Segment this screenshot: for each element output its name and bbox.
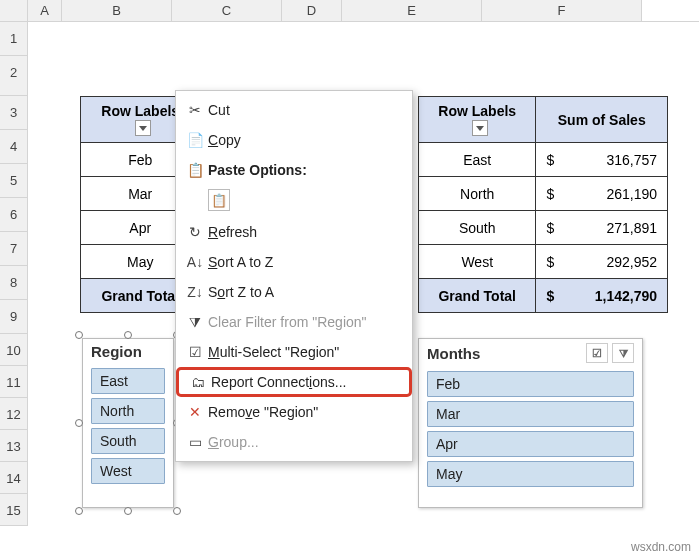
pivot2-row-label[interactable]: South <box>419 211 536 245</box>
slicer-item[interactable]: North <box>91 398 165 424</box>
pivot1-header-label: Row Labels <box>101 103 179 119</box>
sort-za-icon: Z↓ <box>182 284 208 300</box>
slicer-item[interactable]: South <box>91 428 165 454</box>
pivot2-row-label[interactable]: West <box>419 245 536 279</box>
col-header-c[interactable]: C <box>172 0 282 21</box>
slicer-item[interactable]: May <box>427 461 634 487</box>
slicer-item[interactable]: Apr <box>427 431 634 457</box>
pivot2-row-value[interactable]: $261,190 <box>536 177 668 211</box>
row-header-7[interactable]: 7 <box>0 232 28 266</box>
row-header-13[interactable]: 13 <box>0 430 28 462</box>
pivot2-header-label: Row Labels <box>438 103 516 119</box>
pivot2-header-sum: Sum of Sales <box>536 97 668 143</box>
pivot-table-sales[interactable]: Row Labels Sum of Sales East$316,757 Nor… <box>418 96 668 313</box>
row-header-1[interactable]: 1 <box>0 22 28 56</box>
multiselect-icon: ☑ <box>182 344 208 360</box>
pivot2-total-value[interactable]: $1,142,790 <box>536 279 668 313</box>
row-header-6[interactable]: 6 <box>0 198 28 232</box>
copy-icon: 📄 <box>182 132 208 148</box>
menu-refresh[interactable]: ↻Refresh <box>176 217 412 247</box>
sort-az-icon: A↓ <box>182 254 208 270</box>
menu-copy[interactable]: 📄Copy <box>176 125 412 155</box>
row-header-8[interactable]: 8 <box>0 266 28 300</box>
paste-icon: 📋 <box>182 162 208 178</box>
row-header-5[interactable]: 5 <box>0 164 28 198</box>
dropdown-icon[interactable] <box>472 120 488 136</box>
menu-clear-filter: ⧩Clear Filter from "Region" <box>176 307 412 337</box>
pivot2-total-label[interactable]: Grand Total <box>419 279 536 313</box>
row-header-2[interactable]: 2 <box>0 56 28 96</box>
row-header-12[interactable]: 12 <box>0 398 28 430</box>
col-header-f[interactable]: F <box>482 0 642 21</box>
slicer-region[interactable]: Region East North South West <box>82 338 174 508</box>
refresh-icon: ↻ <box>182 224 208 240</box>
watermark: wsxdn.com <box>631 540 691 554</box>
slicer-item[interactable]: West <box>91 458 165 484</box>
clear-filter-icon: ⧩ <box>182 314 208 331</box>
menu-sort-za[interactable]: Z↓Sort Z to A <box>176 277 412 307</box>
menu-sort-az[interactable]: A↓Sort A to Z <box>176 247 412 277</box>
slicer-title: Region <box>91 343 142 360</box>
group-icon: ▭ <box>182 434 208 450</box>
slicer-title: Months <box>427 345 480 362</box>
menu-remove[interactable]: ✕Remove "Region" <box>176 397 412 427</box>
row-header-3[interactable]: 3 <box>0 96 28 130</box>
slicer-item[interactable]: East <box>91 368 165 394</box>
pivot2-row-value[interactable]: $292,952 <box>536 245 668 279</box>
row-header-15[interactable]: 15 <box>0 494 28 526</box>
col-header-a[interactable]: A <box>28 0 62 21</box>
menu-group: ▭Group... <box>176 427 412 457</box>
row-header-9[interactable]: 9 <box>0 300 28 334</box>
slicer-item[interactable]: Mar <box>427 401 634 427</box>
pivot2-row-value[interactable]: $271,891 <box>536 211 668 245</box>
row-header-10[interactable]: 10 <box>0 334 28 366</box>
row-header-11[interactable]: 11 <box>0 366 28 398</box>
context-menu: ✂Cut 📄Copy 📋Paste Options: 📋 ↻Refresh A↓… <box>175 90 413 462</box>
pivot2-row-label[interactable]: North <box>419 177 536 211</box>
cut-icon: ✂ <box>182 102 208 118</box>
slicer-item[interactable]: Feb <box>427 371 634 397</box>
menu-report-connections[interactable]: 🗂Report Connections... <box>176 367 412 397</box>
pivot2-row-label[interactable]: East <box>419 143 536 177</box>
col-header-d[interactable]: D <box>282 0 342 21</box>
menu-paste-options: 📋Paste Options: <box>176 155 412 185</box>
menu-cut[interactable]: ✂Cut <box>176 95 412 125</box>
paste-option-default[interactable]: 📋 <box>208 189 230 211</box>
column-headers: A B C D E F <box>0 0 699 22</box>
remove-icon: ✕ <box>182 404 208 420</box>
col-header-b[interactable]: B <box>62 0 172 21</box>
multiselect-icon[interactable]: ☑ <box>586 343 608 363</box>
report-connections-icon: 🗂 <box>185 374 211 390</box>
pivot2-row-value[interactable]: $316,757 <box>536 143 668 177</box>
row-header-14[interactable]: 14 <box>0 462 28 494</box>
menu-multi-select[interactable]: ☑Multi-Select "Region" <box>176 337 412 367</box>
clear-filter-icon[interactable]: ⧩ <box>612 343 634 363</box>
col-header-e[interactable]: E <box>342 0 482 21</box>
slicer-months[interactable]: Months ☑ ⧩ Feb Mar Apr May <box>418 338 643 508</box>
row-header-4[interactable]: 4 <box>0 130 28 164</box>
select-all-corner[interactable] <box>0 0 28 21</box>
dropdown-icon[interactable] <box>135 120 151 136</box>
row-headers: 1 2 3 4 5 6 7 8 9 10 11 12 13 14 15 <box>0 22 28 526</box>
